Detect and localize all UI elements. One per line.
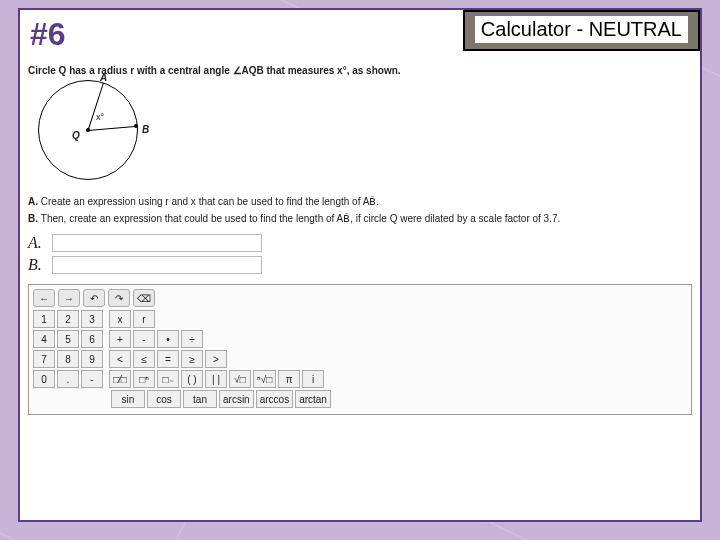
key-le[interactable]: ≤ bbox=[133, 350, 155, 368]
part-b-text: Then, create an expression that could be… bbox=[41, 213, 561, 224]
key-x[interactable]: x bbox=[109, 310, 131, 328]
key-plus[interactable]: + bbox=[109, 330, 131, 348]
key-4[interactable]: 4 bbox=[33, 330, 55, 348]
key-8[interactable]: 8 bbox=[57, 350, 79, 368]
answer-area: A. B. bbox=[28, 234, 692, 274]
key-6[interactable]: 6 bbox=[81, 330, 103, 348]
key-r[interactable]: r bbox=[133, 310, 155, 328]
key-parens[interactable]: ( ) bbox=[181, 370, 203, 388]
palette-row-4: 0 . - □⁄□ □ⁿ □₋ ( ) | | √□ ⁿ√□ π i bbox=[33, 370, 687, 388]
key-gt[interactable]: > bbox=[205, 350, 227, 368]
key-tan[interactable]: tan bbox=[183, 390, 217, 408]
key-cos[interactable]: cos bbox=[147, 390, 181, 408]
part-a: A. Create an expression using r and x th… bbox=[28, 196, 692, 207]
key-subscript[interactable]: □₋ bbox=[157, 370, 179, 388]
key-3[interactable]: 3 bbox=[81, 310, 103, 328]
calculator-badge-text: Calculator - NEUTRAL bbox=[475, 16, 688, 43]
key-arcsin[interactable]: arcsin bbox=[219, 390, 254, 408]
answer-b-input[interactable] bbox=[52, 256, 262, 274]
answer-b-label: B. bbox=[28, 256, 52, 274]
part-a-prefix: A. bbox=[28, 196, 38, 207]
redo-icon[interactable]: ↷ bbox=[108, 289, 130, 307]
answer-row-a: A. bbox=[28, 234, 692, 252]
point-a-label: A bbox=[100, 72, 107, 83]
key-sin[interactable]: sin bbox=[111, 390, 145, 408]
key-2[interactable]: 2 bbox=[57, 310, 79, 328]
key-1[interactable]: 1 bbox=[33, 310, 55, 328]
key-0[interactable]: 0 bbox=[33, 370, 55, 388]
nav-right-icon[interactable]: → bbox=[58, 289, 80, 307]
point-b-label: B bbox=[142, 124, 149, 135]
key-9[interactable]: 9 bbox=[81, 350, 103, 368]
key-lt[interactable]: < bbox=[109, 350, 131, 368]
palette-row-1: 1 2 3 x r bbox=[33, 310, 687, 328]
key-arccos[interactable]: arccos bbox=[256, 390, 293, 408]
palette-nav-row: ← → ↶ ↷ ⌫ bbox=[33, 289, 687, 307]
header: #6 Calculator - NEUTRAL bbox=[20, 10, 700, 65]
angle-label: x° bbox=[96, 112, 104, 122]
stem-text: Circle Q has a radius r with a central a… bbox=[28, 65, 692, 76]
key-sqrt[interactable]: √□ bbox=[229, 370, 251, 388]
calculator-badge: Calculator - NEUTRAL bbox=[463, 10, 700, 51]
key-exponent[interactable]: □ⁿ bbox=[133, 370, 155, 388]
key-i[interactable]: i bbox=[302, 370, 324, 388]
backspace-icon[interactable]: ⌫ bbox=[133, 289, 155, 307]
key-5[interactable]: 5 bbox=[57, 330, 79, 348]
key-neg[interactable]: - bbox=[81, 370, 103, 388]
palette-row-5: sin cos tan arcsin arccos arctan bbox=[33, 390, 687, 408]
key-minus[interactable]: - bbox=[133, 330, 155, 348]
part-b: B. Then, create an expression that could… bbox=[28, 213, 692, 224]
point-b-dot bbox=[134, 124, 138, 128]
key-divide[interactable]: ÷ bbox=[181, 330, 203, 348]
nav-left-icon[interactable]: ← bbox=[33, 289, 55, 307]
answer-row-b: B. bbox=[28, 256, 692, 274]
parts: A. Create an expression using r and x th… bbox=[28, 196, 692, 224]
palette-row-2: 4 5 6 + - • ÷ bbox=[33, 330, 687, 348]
undo-icon[interactable]: ↶ bbox=[83, 289, 105, 307]
key-eq[interactable]: = bbox=[157, 350, 179, 368]
key-abs[interactable]: | | bbox=[205, 370, 227, 388]
answer-a-label: A. bbox=[28, 234, 52, 252]
content: Circle Q has a radius r with a central a… bbox=[20, 65, 700, 423]
center-label: Q bbox=[72, 130, 80, 141]
key-pi[interactable]: π bbox=[278, 370, 300, 388]
slide-frame: #6 Calculator - NEUTRAL Circle Q has a r… bbox=[18, 8, 702, 522]
answer-a-input[interactable] bbox=[52, 234, 262, 252]
figure: Q A B x° bbox=[28, 80, 692, 190]
key-times[interactable]: • bbox=[157, 330, 179, 348]
key-fraction[interactable]: □⁄□ bbox=[109, 370, 131, 388]
part-b-prefix: B. bbox=[28, 213, 38, 224]
key-ge[interactable]: ≥ bbox=[181, 350, 203, 368]
key-dot[interactable]: . bbox=[57, 370, 79, 388]
key-7[interactable]: 7 bbox=[33, 350, 55, 368]
palette-row-3: 7 8 9 < ≤ = ≥ > bbox=[33, 350, 687, 368]
key-arctan[interactable]: arctan bbox=[295, 390, 331, 408]
equation-palette: ← → ↶ ↷ ⌫ 1 2 3 x r 4 5 6 + - • bbox=[28, 284, 692, 415]
part-a-text: Create an expression using r and x that … bbox=[41, 196, 379, 207]
key-nroot[interactable]: ⁿ√□ bbox=[253, 370, 276, 388]
question-number: #6 bbox=[30, 16, 66, 53]
